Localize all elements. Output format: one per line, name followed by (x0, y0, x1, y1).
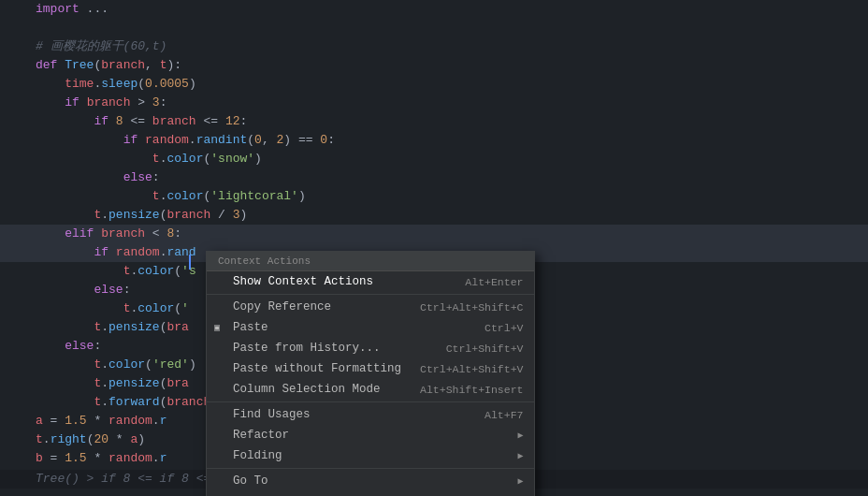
code-line: import ... (0, 0, 868, 19)
submenu-arrow-icon: ▶ (517, 450, 523, 461)
menu-item-copy-reference[interactable]: Copy Reference Ctrl+Alt+Shift+C (207, 297, 534, 317)
menu-item-shortcut: Ctrl+Alt+Shift+C (420, 301, 523, 314)
menu-item-paste[interactable]: ▣ Paste Ctrl+V (207, 317, 534, 338)
menu-item-label: Column Selection Mode (233, 383, 381, 396)
menu-item-shortcut: Ctrl+Shift+V (446, 343, 524, 355)
menu-item-label: Refactor (233, 429, 289, 442)
code-line: t.pensize(branch / 3) (0, 206, 868, 225)
menu-item-label: Go To (233, 474, 268, 488)
menu-item-go-to[interactable]: Go To ▶ (207, 471, 534, 491)
menu-item-shortcut: Alt+Enter (465, 276, 523, 288)
code-line: def Tree(branch, t): (0, 56, 868, 75)
code-line: # 画樱花的躯干(60,t) (0, 37, 868, 56)
menu-item-label: Find Usages (233, 408, 311, 421)
submenu-arrow-icon: ▶ (517, 430, 523, 441)
menu-item-generate[interactable]: Generate... Alt+Insert (207, 491, 534, 496)
code-line: time.sleep(0.0005) (0, 75, 868, 94)
menu-item-find-usages[interactable]: Find Usages Alt+F7 (207, 404, 534, 425)
menu-item-show-context-actions[interactable]: Show Context Actions Alt+Enter (207, 271, 534, 292)
code-line: else: (0, 168, 868, 187)
paste-check-icon: ▣ (214, 322, 220, 333)
menu-item-shortcut: Ctrl+V (485, 322, 523, 334)
code-line: if branch > 3: (0, 94, 868, 112)
menu-item-paste-history[interactable]: Paste from History... Ctrl+Shift+V (207, 338, 534, 358)
context-menu: Context Actions Show Context Actions Alt… (206, 251, 535, 496)
code-line: if 8 <= branch <= 12: (0, 112, 868, 131)
menu-item-paste-no-format[interactable]: Paste without Formatting Ctrl+Alt+Shift+… (207, 358, 534, 379)
code-line: t.color('snow') (0, 150, 868, 168)
menu-divider (207, 468, 534, 469)
code-line: elif branch < 8: (0, 225, 868, 243)
menu-item-label: Paste from History... (233, 342, 381, 355)
menu-item-label: Folding (233, 449, 282, 462)
menu-divider (207, 401, 534, 402)
menu-item-shortcut: Alt+Shift+Insert (420, 384, 523, 396)
menu-item-folding[interactable]: Folding ▶ (207, 445, 534, 466)
code-editor: import ... # 画樱花的躯干(60,t) def Tree(branc… (0, 0, 868, 496)
code-line: if random.randint(0, 2) == 0: (0, 131, 868, 150)
menu-item-label: Show Context Actions (233, 275, 373, 288)
text-cursor (189, 255, 191, 270)
menu-item-column-selection[interactable]: Column Selection Mode Alt+Shift+Insert (207, 379, 534, 400)
menu-divider (207, 294, 534, 295)
menu-item-refactor[interactable]: Refactor ▶ (207, 425, 534, 445)
code-line: t.color('lightcoral') (0, 187, 868, 206)
menu-item-label: Paste (233, 321, 268, 334)
code-line (0, 19, 868, 37)
context-menu-header: Context Actions (207, 252, 534, 271)
menu-item-label: Copy Reference (233, 300, 331, 314)
menu-item-shortcut: Alt+F7 (485, 409, 523, 421)
menu-item-label: Paste without Formatting (233, 362, 401, 375)
submenu-arrow-icon: ▶ (517, 475, 523, 487)
menu-item-shortcut: Ctrl+Alt+Shift+V (420, 363, 523, 375)
